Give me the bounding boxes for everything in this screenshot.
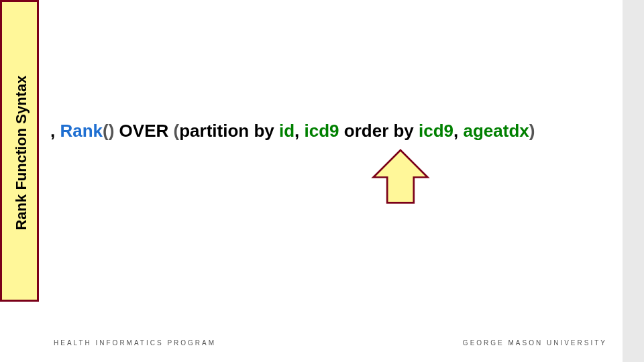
right-margin-bar bbox=[623, 0, 644, 362]
sidebar-title: Rank Function Syntax bbox=[13, 75, 30, 230]
slide: Rank Function Syntax , Rank() OVER (part… bbox=[0, 0, 644, 362]
order-by-keyword: order by bbox=[339, 121, 419, 141]
up-arrow-icon bbox=[370, 145, 431, 209]
col-icd9-a: icd9 bbox=[305, 121, 339, 141]
col-id: id bbox=[279, 121, 294, 141]
col-ageatdx: ageatdx bbox=[464, 121, 529, 141]
footer-left: HEALTH INFORMATICS PROGRAM bbox=[54, 339, 216, 347]
sidebar-title-label-wrap: Rank Function Syntax bbox=[2, 2, 41, 304]
rank-keyword: Rank bbox=[60, 121, 103, 141]
partition-by-keyword: partition by bbox=[179, 121, 279, 141]
open-paren-1: ( bbox=[103, 121, 109, 141]
open-paren-2: ( bbox=[174, 121, 180, 141]
over-keyword: OVER bbox=[114, 121, 173, 141]
comma: , bbox=[50, 121, 60, 141]
col-icd9-b: icd9 bbox=[419, 121, 453, 141]
svg-marker-0 bbox=[374, 150, 428, 202]
footer-right: GEORGE MASON UNIVERSITY bbox=[463, 339, 607, 347]
sep-2: , bbox=[453, 121, 463, 141]
sidebar-title-box: Rank Function Syntax bbox=[0, 0, 39, 302]
close-paren-2: ) bbox=[529, 121, 535, 141]
sep-1: , bbox=[294, 121, 304, 141]
rank-syntax-line: , Rank() OVER (partition by id, icd9 ord… bbox=[50, 121, 535, 141]
